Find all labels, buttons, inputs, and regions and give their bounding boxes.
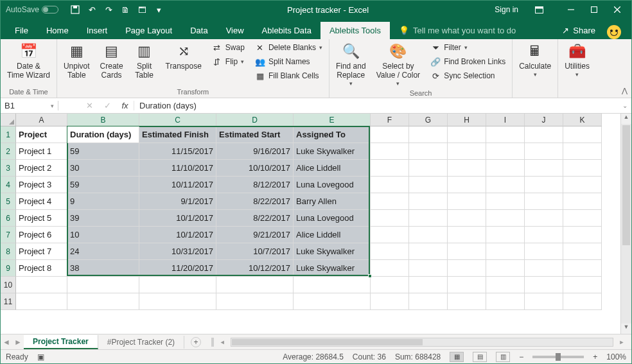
- cell-B6[interactable]: 39: [67, 210, 139, 227]
- select-all-corner[interactable]: [1, 114, 16, 126]
- tab-file[interactable]: File: [6, 22, 37, 39]
- cell-F7[interactable]: [371, 227, 409, 243]
- accept-formula-icon[interactable]: ✓: [98, 101, 116, 110]
- column-header-B[interactable]: B: [67, 114, 139, 126]
- cell-J5[interactable]: [525, 193, 563, 210]
- column-header-G[interactable]: G: [409, 114, 448, 126]
- cell-E8[interactable]: Luke Skywalker: [294, 243, 371, 260]
- cell-F1[interactable]: [371, 126, 409, 143]
- view-normal-icon[interactable]: ▦: [450, 352, 464, 362]
- cell-K9[interactable]: [563, 260, 602, 277]
- cell-B4[interactable]: 59: [67, 177, 139, 193]
- save-icon[interactable]: [69, 3, 82, 16]
- tab-home[interactable]: Home: [37, 22, 78, 39]
- workbook-icon[interactable]: 🗔: [136, 3, 148, 16]
- tab-page-layout[interactable]: Page Layout: [116, 22, 181, 39]
- cell-E11[interactable]: [294, 293, 371, 310]
- scroll-left-icon[interactable]: ◄: [216, 339, 228, 345]
- create-cards-button[interactable]: ▤Create Cards: [96, 40, 127, 82]
- cell-H5[interactable]: [448, 193, 486, 210]
- cell-K5[interactable]: [563, 193, 602, 210]
- cell-I1[interactable]: [486, 126, 525, 143]
- cell-C4[interactable]: 10/11/2017: [139, 177, 216, 193]
- row-header-3[interactable]: 3: [1, 160, 16, 177]
- cell-I8[interactable]: [486, 243, 525, 260]
- cell-B10[interactable]: [67, 277, 139, 293]
- cell-E3[interactable]: Alice Liddell: [294, 160, 371, 177]
- cell-J4[interactable]: [525, 177, 563, 193]
- cell-F10[interactable]: [371, 277, 409, 293]
- cell-F9[interactable]: [371, 260, 409, 277]
- scroll-down-icon[interactable]: ▼: [621, 324, 631, 334]
- cell-D1[interactable]: Estimated Start: [216, 126, 294, 143]
- vertical-scroll-thumb[interactable]: [622, 125, 630, 245]
- cell-J6[interactable]: [525, 210, 563, 227]
- cell-B11[interactable]: [67, 293, 139, 310]
- cell-G6[interactable]: [409, 210, 448, 227]
- unpivot-table-button[interactable]: ▦Unpivot Table: [60, 40, 94, 82]
- cell-D7[interactable]: 9/21/2017: [216, 227, 294, 243]
- cell-D2[interactable]: 9/16/2017: [216, 143, 294, 160]
- cell-F2[interactable]: [371, 143, 409, 160]
- swap-button[interactable]: ⇄Swap: [211, 42, 246, 53]
- cell-K10[interactable]: [563, 277, 602, 293]
- filter-button[interactable]: ⏷Filter: [429, 42, 507, 53]
- cell-I6[interactable]: [486, 210, 525, 227]
- cell-A3[interactable]: Project 2: [16, 160, 67, 177]
- zoom-in-button[interactable]: +: [593, 352, 597, 361]
- cell-J7[interactable]: [525, 227, 563, 243]
- cell-D10[interactable]: [216, 277, 294, 293]
- close-button[interactable]: [606, 1, 629, 19]
- calculate-button[interactable]: 🖩Calculate: [515, 40, 555, 79]
- cell-A8[interactable]: Project 7: [16, 243, 67, 260]
- sync-selection-button[interactable]: ⟳Sync Selection: [429, 70, 507, 82]
- cell-B2[interactable]: 59: [67, 143, 139, 160]
- cell-G1[interactable]: [409, 126, 448, 143]
- row-header-5[interactable]: 5: [1, 193, 16, 210]
- scroll-up-icon[interactable]: ▲: [621, 114, 631, 124]
- cell-E10[interactable]: [294, 277, 371, 293]
- row-header-11[interactable]: 11: [1, 293, 16, 310]
- zoom-out-button[interactable]: −: [519, 352, 523, 361]
- cell-G2[interactable]: [409, 143, 448, 160]
- macro-record-icon[interactable]: ▣: [37, 352, 44, 361]
- cell-I5[interactable]: [486, 193, 525, 210]
- cell-I9[interactable]: [486, 260, 525, 277]
- cell-A6[interactable]: Project 5: [16, 210, 67, 227]
- sheet-tab-active[interactable]: Project Tracker: [24, 335, 98, 349]
- column-header-I[interactable]: I: [486, 114, 525, 126]
- column-header-D[interactable]: D: [216, 114, 294, 126]
- share-button[interactable]: ↗ Share: [556, 22, 602, 39]
- tab-ablebits-data[interactable]: Ablebits Data: [253, 22, 320, 39]
- cell-J9[interactable]: [525, 260, 563, 277]
- cell-D8[interactable]: 10/7/2017: [216, 243, 294, 260]
- cell-A2[interactable]: Project 1: [16, 143, 67, 160]
- column-header-K[interactable]: K: [563, 114, 602, 126]
- cell-G11[interactable]: [409, 293, 448, 310]
- view-page-break-icon[interactable]: ▥: [496, 352, 510, 362]
- cell-F8[interactable]: [371, 243, 409, 260]
- cell-C5[interactable]: 9/1/2017: [139, 193, 216, 210]
- horizontal-scroll-thumb[interactable]: [232, 339, 423, 345]
- fill-blank-cells-button[interactable]: ▦Fill Blank Cells: [254, 70, 324, 82]
- cell-F11[interactable]: [371, 293, 409, 310]
- cell-C3[interactable]: 11/10/2017: [139, 160, 216, 177]
- cell-J2[interactable]: [525, 143, 563, 160]
- cell-J11[interactable]: [525, 293, 563, 310]
- redo-icon[interactable]: ↷: [102, 3, 115, 16]
- cell-H11[interactable]: [448, 293, 486, 310]
- sheet-nav-next-icon[interactable]: ►: [12, 338, 24, 347]
- cell-G7[interactable]: [409, 227, 448, 243]
- cell-J8[interactable]: [525, 243, 563, 260]
- cell-F4[interactable]: [371, 177, 409, 193]
- cell-A11[interactable]: [16, 293, 67, 310]
- qat-dropdown-icon[interactable]: ▾: [152, 3, 165, 16]
- cell-I10[interactable]: [486, 277, 525, 293]
- sign-in-link[interactable]: Sign in: [486, 5, 527, 14]
- cell-C9[interactable]: 11/20/2017: [139, 260, 216, 277]
- cell-C10[interactable]: [139, 277, 216, 293]
- cell-J10[interactable]: [525, 277, 563, 293]
- tab-view[interactable]: View: [217, 22, 253, 39]
- cell-A4[interactable]: Project 3: [16, 177, 67, 193]
- scroll-right-icon[interactable]: ►: [616, 339, 628, 345]
